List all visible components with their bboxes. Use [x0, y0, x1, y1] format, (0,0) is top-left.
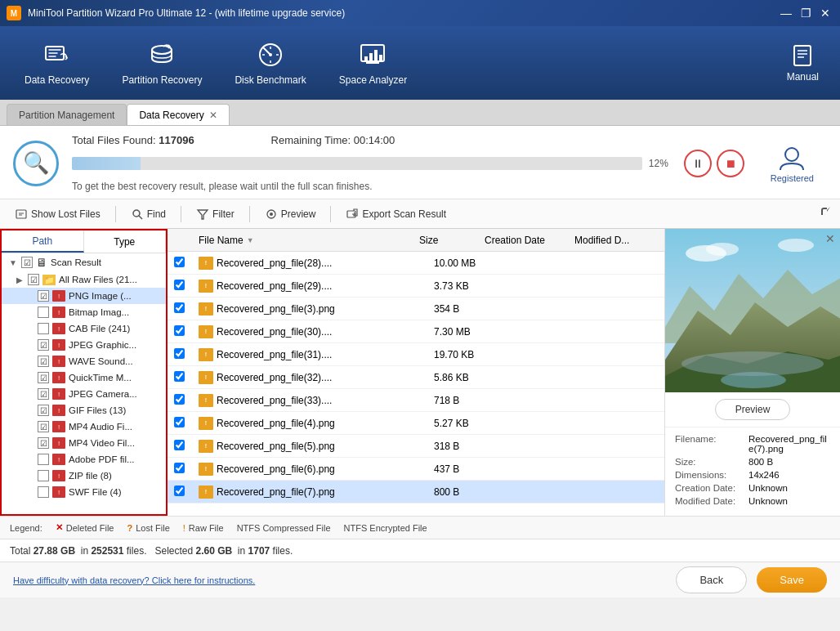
quicktime-file-icon: !: [52, 372, 65, 383]
svg-rect-15: [16, 210, 26, 218]
mp4-audio-checkbox[interactable]: ☑: [38, 421, 49, 432]
find-btn[interactable]: Find: [123, 204, 174, 224]
jpeg-camera-checkbox[interactable]: ☑: [38, 388, 49, 400]
cab-expand-icon: [25, 324, 34, 333]
row-checkbox-7[interactable]: [168, 394, 192, 407]
header-size[interactable]: Size: [413, 235, 478, 246]
table-row[interactable]: ! Recovered_png_file(7).png 800 B: [168, 481, 664, 503]
jpeg-graphic-checkbox[interactable]: ☑: [38, 339, 49, 351]
row-checkbox-3[interactable]: [168, 302, 192, 316]
toolbar-space-analyzer[interactable]: Space Analyzer: [323, 30, 423, 96]
sep2: [181, 206, 181, 222]
table-row[interactable]: ! Recovered_png_file(32).... 5.86 KB: [168, 366, 664, 389]
zip-checkbox[interactable]: [38, 470, 49, 481]
cab-checkbox[interactable]: [38, 323, 49, 334]
toolbar-partition-recovery[interactable]: Partition Recovery: [105, 30, 218, 96]
svg-point-29: [721, 372, 786, 388]
file-list: File Name ▼ Size Creation Date Modified …: [168, 229, 664, 516]
left-tab-path[interactable]: Path: [2, 230, 84, 253]
root-checkbox[interactable]: ☑: [21, 257, 33, 268]
row-checkbox-8[interactable]: [168, 417, 192, 430]
mp4-video-checkbox[interactable]: ☑: [38, 437, 49, 449]
row-checkbox-6[interactable]: [168, 371, 192, 384]
table-row[interactable]: ! Recovered_png_file(3).png 354 B: [168, 298, 664, 320]
bitmap-checkbox[interactable]: [38, 307, 49, 318]
all-raw-checkbox[interactable]: ☑: [28, 274, 39, 285]
wave-checkbox[interactable]: ☑: [38, 356, 49, 367]
row-checkbox-2[interactable]: [168, 280, 192, 293]
preview-btn[interactable]: Preview: [257, 204, 324, 224]
row-size-10: 437 B: [427, 463, 493, 475]
table-row[interactable]: ! Recovered_png_file(31).... 19.70 KB: [168, 343, 664, 366]
tree-item-cab[interactable]: ! CAB File (241): [2, 320, 166, 337]
tab-close-icon[interactable]: ✕: [209, 110, 217, 121]
show-lost-files-btn[interactable]: Show Lost Files: [7, 204, 109, 224]
tree-item-jpeg-graphic[interactable]: ☑ ! JPEG Graphic...: [2, 337, 166, 353]
row-checkbox-10[interactable]: [168, 463, 192, 476]
row-filename-3: Recovered_png_file(3).png: [217, 303, 335, 315]
filter-btn[interactable]: Filter: [188, 204, 243, 224]
scan-controls: ⏸ ⏹: [684, 150, 744, 177]
export-scan-result-btn[interactable]: Export Scan Result: [337, 204, 454, 224]
tree-item-swe[interactable]: ! SWF File (4): [2, 484, 166, 500]
toolbar-data-recovery[interactable]: Data Recovery: [8, 30, 105, 96]
registered-area[interactable]: Registered: [757, 137, 827, 190]
tree-item-adobe-pdf[interactable]: ! Adobe PDF fil...: [2, 451, 166, 468]
tree-item-jpeg-camera[interactable]: ☑ ! JPEG Camera...: [2, 386, 166, 402]
quicktime-checkbox[interactable]: ☑: [38, 372, 49, 383]
left-tab-type[interactable]: Type: [84, 230, 167, 253]
table-row[interactable]: ! Recovered_png_file(30).... 7.30 MB: [168, 320, 664, 343]
row-checkbox-11[interactable]: [168, 486, 192, 499]
save-btn[interactable]: Save: [757, 567, 827, 593]
png-checkbox[interactable]: ☑: [38, 290, 49, 302]
scan-header: 🔍 Total Files Found: 117096 Remaining Ti…: [0, 126, 840, 199]
table-row[interactable]: ! Recovered_png_file(29).... 3.73 KB: [168, 275, 664, 298]
tree-item-gif[interactable]: ☑ ! GIF Files (13): [2, 402, 166, 418]
toolbar-disk-benchmark[interactable]: Disk Benchmark: [218, 30, 322, 96]
tree-item-bitmap[interactable]: ! Bitmap Imag...: [2, 304, 166, 320]
tab-data-recovery[interactable]: Data Recovery ✕: [127, 104, 229, 125]
adobe-pdf-checkbox[interactable]: [38, 454, 49, 465]
tree-root[interactable]: ▼ ☑ 🖥 Scan Result: [2, 253, 166, 271]
tab-partition-management[interactable]: Partition Management: [7, 104, 127, 125]
row-checkbox-5[interactable]: [168, 348, 192, 361]
gif-checkbox[interactable]: ☑: [38, 405, 49, 416]
app-title: MiniTool Partition Wizard Pro Ultimate 1…: [28, 7, 345, 19]
tree-item-png[interactable]: ☑ ! PNG Image (...: [2, 288, 166, 304]
header-modified-date[interactable]: Modified D...: [568, 235, 650, 246]
table-row[interactable]: ! Recovered_png_file(33).... 718 B: [168, 389, 664, 412]
pause-btn[interactable]: ⏸: [684, 150, 712, 177]
preview-close-btn[interactable]: ✕: [825, 232, 835, 245]
tree-item-wave[interactable]: ☑ ! WAVE Sound...: [2, 353, 166, 369]
preview-action-btn[interactable]: Preview: [715, 399, 791, 420]
stop-btn[interactable]: ⏹: [717, 150, 744, 177]
row-checkbox-9[interactable]: [168, 440, 192, 453]
row-checkbox-1[interactable]: [168, 257, 192, 270]
swe-checkbox[interactable]: [38, 486, 49, 498]
table-row[interactable]: ! Recovered_png_file(28).... 10.00 MB: [168, 252, 664, 275]
zip-expand-icon: [25, 472, 34, 481]
find-icon: [131, 208, 144, 221]
row-filename-8: Recovered_png_file(4).png: [217, 418, 335, 429]
raw-icon: !: [183, 523, 185, 533]
header-filename[interactable]: File Name ▼: [192, 235, 413, 246]
preview-modified-value: Unknown: [748, 496, 788, 506]
row-checkbox-4[interactable]: [168, 325, 192, 338]
minimize-btn[interactable]: —: [778, 5, 794, 21]
tree-item-zip[interactable]: ! ZIP file (8): [2, 468, 166, 484]
tree-item-mp4-audio[interactable]: ☑ ! MP4 Audio Fi...: [2, 418, 166, 435]
close-btn[interactable]: ✕: [817, 5, 833, 21]
table-row[interactable]: ! Recovered_png_file(4).png 5.27 KB: [168, 412, 664, 435]
header-creation-date[interactable]: Creation Date: [478, 235, 568, 246]
tree-item-all-raw[interactable]: ▶ ☑ 📁 All Raw Files (21...: [2, 271, 166, 288]
toolbar-manual[interactable]: Manual: [774, 37, 832, 89]
window-controls: — ❐ ✕: [778, 5, 833, 21]
table-row[interactable]: ! Recovered_png_file(5).png 318 B: [168, 435, 664, 458]
back-btn[interactable]: Back: [676, 566, 747, 593]
tree-item-quicktime[interactable]: ☑ ! QuickTime M...: [2, 369, 166, 386]
table-row[interactable]: ! Recovered_png_file(6).png 437 B: [168, 458, 664, 481]
restore-btn[interactable]: ❐: [798, 5, 814, 21]
help-link[interactable]: Have difficulty with data recovery? Clic…: [13, 575, 255, 585]
tree-item-mp4-video[interactable]: ☑ ! MP4 Video Fil...: [2, 435, 166, 451]
share-icon[interactable]: [819, 205, 833, 223]
